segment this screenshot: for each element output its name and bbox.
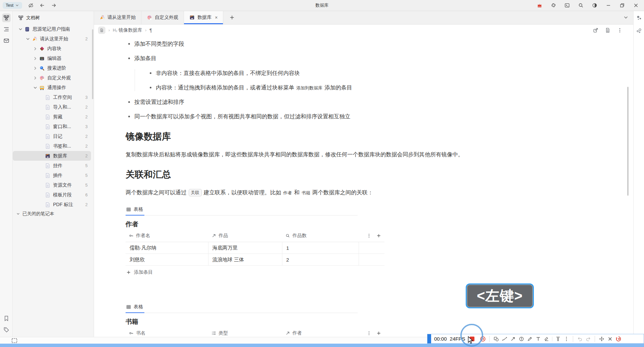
breadcrumb-doc-chip[interactable]: [98, 27, 105, 34]
tab-start-here[interactable]: 请从这里开始: [94, 11, 141, 24]
forward-icon[interactable]: [51, 3, 56, 8]
db-column-header[interactable]: 作者: [282, 327, 359, 337]
spotlight-icon[interactable]: [554, 335, 562, 343]
arrow-annotate-icon[interactable]: [509, 335, 517, 343]
document-icon[interactable]: [605, 28, 610, 33]
tree-item-doc[interactable]: 书签和...2: [13, 141, 91, 151]
undo-icon[interactable]: [576, 335, 584, 343]
tree-item-doc[interactable]: 自定义外观: [13, 73, 91, 83]
more-icon[interactable]: [367, 331, 371, 336]
eraser-icon[interactable]: [542, 335, 551, 343]
sync-off-icon[interactable]: [28, 3, 34, 8]
graph-global-icon[interactable]: [636, 28, 642, 34]
chevron-right-icon[interactable]: [33, 46, 38, 51]
back-icon[interactable]: [40, 3, 45, 8]
tree-item-selected[interactable]: 数据库2: [13, 151, 91, 161]
db-row[interactable]: 儒勒·凡尔纳海底两万里1: [126, 242, 384, 254]
tab-custom-appearance[interactable]: 自定义外观: [141, 11, 184, 24]
tree-item-doc[interactable]: PDF 标注2: [13, 200, 91, 208]
db-row[interactable]: 刘慈欣流浪地球 三体2: [126, 254, 384, 266]
tree-item-doc[interactable]: 插件5: [13, 170, 91, 180]
tree-item-doc[interactable]: 挂件5: [13, 161, 91, 170]
add-column-icon[interactable]: [376, 331, 381, 336]
search-icon[interactable]: [578, 3, 584, 8]
tree-item-doc[interactable]: 资源文件5: [13, 180, 91, 190]
record-icon[interactable]: [614, 335, 623, 343]
chevron-down-icon[interactable]: [26, 37, 30, 41]
export-icon[interactable]: [593, 28, 598, 33]
db-column-header[interactable]: 书名: [126, 327, 208, 337]
layout-icon[interactable]: [11, 337, 18, 344]
new-tab-button[interactable]: [223, 11, 241, 24]
close-icon[interactable]: [606, 335, 614, 343]
tree-item-doc[interactable]: 思源笔记用户指南: [13, 24, 91, 34]
tag-icon[interactable]: [2, 325, 11, 334]
workspace-dropdown[interactable]: Test: [3, 2, 22, 9]
closed-notebooks-row[interactable]: 已关闭的笔记本: [13, 208, 94, 217]
recorder-handle[interactable]: [427, 334, 431, 343]
db-cell[interactable]: 2: [282, 254, 359, 266]
chevron-right-icon[interactable]: [33, 56, 38, 61]
tree-item-doc[interactable]: 请从这里开始2: [13, 34, 91, 44]
file-tree-icon[interactable]: [2, 13, 11, 22]
db-title[interactable]: 书籍: [126, 317, 358, 326]
add-entry-button[interactable]: 添加条目: [126, 266, 358, 279]
editor-scrollbar[interactable]: [627, 87, 629, 196]
db-column-header[interactable]: 类型: [208, 327, 282, 337]
plugin-icon[interactable]: [551, 3, 556, 8]
breadcrumb-heading[interactable]: H₂ 镜像数据库: [113, 27, 142, 33]
db-cell[interactable]: 海底两万里: [208, 242, 282, 254]
tree-item-doc[interactable]: 编辑器: [13, 53, 91, 63]
step-number-icon[interactable]: [517, 335, 525, 343]
db-title[interactable]: 作者: [126, 220, 358, 229]
db-cell[interactable]: 流浪地球 三体: [208, 254, 282, 266]
more-icon[interactable]: [367, 233, 371, 238]
redo-icon[interactable]: [584, 335, 592, 343]
graph-local-icon[interactable]: [636, 15, 642, 21]
db-column-header[interactable]: 作品: [208, 229, 282, 242]
chevron-down-icon[interactable]: [18, 27, 23, 32]
sidebar-scrollbar[interactable]: [92, 29, 93, 99]
db-cell[interactable]: 儒勒·凡尔纳: [126, 242, 208, 254]
chevron-right-icon[interactable]: [33, 66, 38, 71]
shapes-icon[interactable]: [492, 335, 500, 343]
chevron-right-icon[interactable]: [33, 76, 38, 80]
tree-item-doc[interactable]: 内容块: [13, 44, 91, 53]
chevron-down-icon[interactable]: [33, 85, 38, 90]
theme-mode-icon[interactable]: [592, 3, 597, 8]
more-icon[interactable]: [617, 28, 623, 33]
more-icon[interactable]: [562, 335, 570, 343]
close-icon[interactable]: [633, 3, 639, 8]
terminal-icon[interactable]: [564, 3, 570, 8]
tab-list-expand-button[interactable]: [623, 11, 633, 24]
breadcrumb-paragraph[interactable]: ¶: [149, 28, 152, 33]
text-icon[interactable]: [534, 335, 542, 343]
freehand-icon[interactable]: [500, 335, 509, 343]
minimize-icon[interactable]: [606, 3, 611, 8]
add-column-icon[interactable]: [376, 233, 381, 238]
db-view-tab-table[interactable]: 表格: [126, 205, 144, 216]
db-column-header[interactable]: 作者名: [126, 229, 208, 242]
db-cell[interactable]: [359, 242, 384, 254]
db-cell[interactable]: 1: [282, 242, 359, 254]
tree-item-doc[interactable]: 工作空间3: [13, 92, 91, 102]
tree-item-doc[interactable]: 导入和...2: [13, 102, 91, 112]
tree-item-doc[interactable]: 剪藏2: [13, 112, 91, 122]
tree-item-doc[interactable]: 搜索进阶: [13, 63, 91, 73]
db-cell[interactable]: 刘慈欣: [126, 254, 208, 266]
move-icon[interactable]: [597, 335, 606, 343]
inbox-icon[interactable]: [2, 36, 11, 45]
pencil-icon[interactable]: [525, 335, 534, 343]
db-column-header[interactable]: 作品数: [282, 229, 359, 242]
restore-icon[interactable]: [619, 3, 625, 8]
bookmark-icon[interactable]: [2, 314, 11, 323]
tree-item-doc[interactable]: 窗口和...3: [13, 122, 91, 131]
tree-item-doc[interactable]: 通用操作: [13, 83, 91, 92]
outline-icon[interactable]: [2, 25, 11, 34]
tree-item-doc[interactable]: 日记2: [13, 131, 91, 141]
pause-icon[interactable]: [478, 335, 487, 343]
db-cell[interactable]: [359, 254, 384, 266]
db-view-tab-table[interactable]: 表格: [126, 303, 144, 313]
tree-item-doc[interactable]: 模板片段6: [13, 190, 91, 200]
tab-close-icon[interactable]: ×: [215, 15, 218, 20]
